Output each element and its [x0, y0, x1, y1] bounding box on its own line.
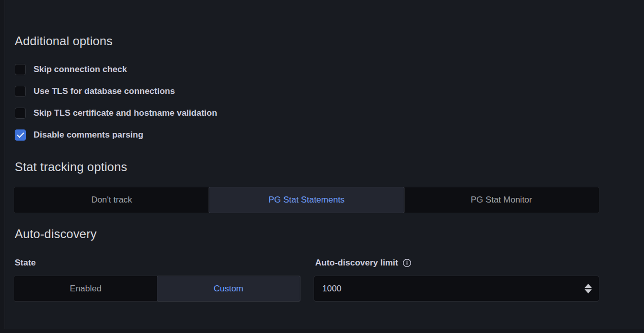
auto-discovery-limit-input-wrapper	[314, 276, 599, 302]
auto-discovery-limit-input[interactable]	[322, 284, 585, 294]
section-title-stat-tracking: Stat tracking options	[15, 159, 127, 175]
stepper-down-icon[interactable]	[585, 289, 592, 293]
radio-option-enabled[interactable]: Enabled	[14, 276, 157, 301]
checkbox-use-tls[interactable]	[15, 86, 26, 97]
state-radio-group: Enabled Custom	[14, 276, 300, 302]
checkbox-skip-connection-check[interactable]	[15, 64, 26, 75]
limit-label-text: Auto-discovery limit	[315, 258, 398, 268]
checkbox-label[interactable]: Skip TLS certificate and hostname valida…	[33, 108, 217, 118]
state-field-label: State	[15, 258, 36, 268]
section-title-additional-options: Additional options	[15, 34, 113, 49]
checkbox-label[interactable]: Skip connection check	[33, 64, 127, 75]
checkbox-label[interactable]: Disable comments parsing	[33, 130, 143, 140]
auto-discovery-limit-field-label: Auto-discovery limit	[315, 258, 412, 268]
settings-pane: Additional options Skip connection check…	[5, 0, 644, 329]
stat-tracking-radio-group: Don't track PG Stat Statements PG Stat M…	[14, 187, 599, 213]
checkbox-skip-tls-validation[interactable]	[15, 108, 26, 119]
checkbox-row-skip-connection-check[interactable]: Skip connection check	[15, 64, 217, 75]
checkbox-row-disable-comments-parsing[interactable]: Disable comments parsing	[15, 129, 217, 141]
info-circle-icon[interactable]	[402, 258, 412, 268]
radio-option-dont-track[interactable]: Don't track	[14, 187, 209, 213]
checkbox-row-skip-tls-validation[interactable]: Skip TLS certificate and hostname valida…	[15, 108, 217, 119]
radio-option-pg-stat-monitor[interactable]: PG Stat Monitor	[404, 187, 599, 213]
section-title-auto-discovery: Auto-discovery	[15, 226, 97, 242]
checkbox-row-use-tls[interactable]: Use TLS for database connections	[15, 86, 217, 97]
state-label-text: State	[15, 258, 36, 268]
stepper-up-icon[interactable]	[585, 284, 592, 288]
checkbox-label[interactable]: Use TLS for database connections	[33, 86, 175, 96]
additional-options-list: Skip connection check Use TLS for databa…	[15, 64, 217, 151]
number-stepper	[585, 284, 592, 293]
checkbox-disable-comments-parsing[interactable]	[15, 129, 26, 141]
radio-option-custom[interactable]: Custom	[157, 276, 301, 302]
radio-option-pg-stat-statements[interactable]: PG Stat Statements	[209, 187, 404, 213]
